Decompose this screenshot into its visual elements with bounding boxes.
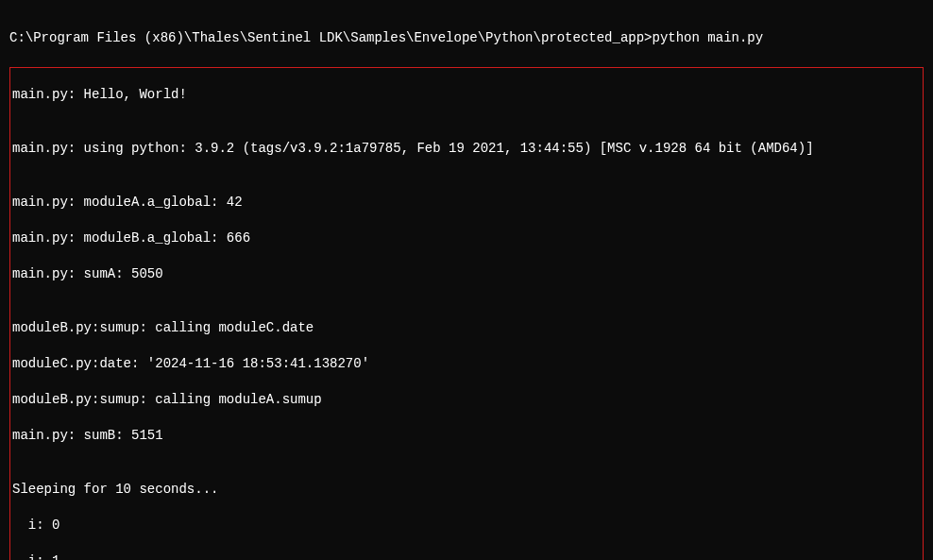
terminal-window[interactable]: C:\Program Files (x86)\Thales\Sentinel L… bbox=[0, 0, 933, 560]
command-text-1: python main.py bbox=[653, 30, 764, 45]
output-line: moduleB.py:sumup: calling moduleC.date bbox=[12, 319, 921, 337]
output-highlight-box: main.py: Hello, World! main.py: using py… bbox=[9, 67, 924, 560]
output-line: Sleeping for 10 seconds... bbox=[12, 481, 921, 499]
output-line: i: 0 bbox=[12, 517, 921, 535]
output-line: moduleB.py:sumup: calling moduleA.sumup bbox=[12, 391, 921, 409]
output-line: main.py: moduleA.a_global: 42 bbox=[12, 194, 921, 212]
output-line: moduleC.py:date: '2024-11-16 18:53:41.13… bbox=[12, 355, 921, 373]
prompt-path-1: C:\Program Files (x86)\Thales\Sentinel L… bbox=[9, 30, 653, 45]
output-line: main.py: sumB: 5151 bbox=[12, 427, 921, 445]
command-prompt-line-1: C:\Program Files (x86)\Thales\Sentinel L… bbox=[9, 29, 924, 47]
output-line: main.py: using python: 3.9.2 (tags/v3.9.… bbox=[12, 140, 921, 158]
output-line: main.py: sumA: 5050 bbox=[12, 265, 921, 283]
output-line: main.py: Hello, World! bbox=[12, 86, 921, 104]
output-line: i: 1 bbox=[12, 552, 921, 560]
output-line: main.py: moduleB.a_global: 666 bbox=[12, 229, 921, 247]
